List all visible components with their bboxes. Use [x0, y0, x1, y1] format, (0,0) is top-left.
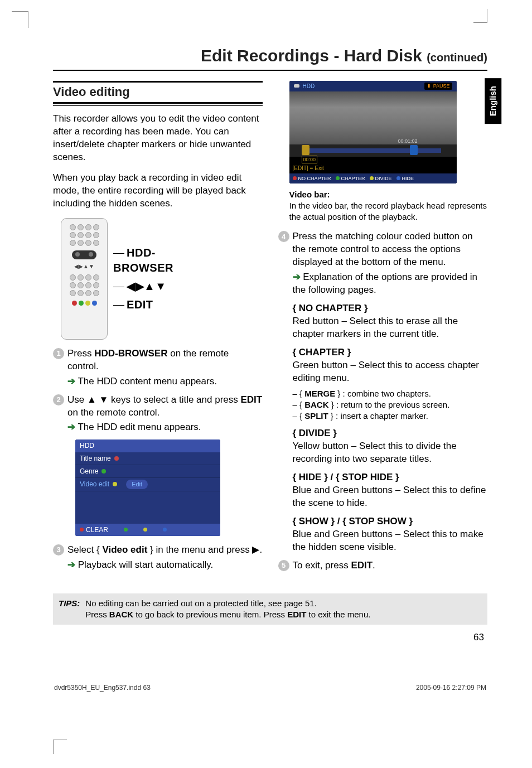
footer: dvdr5350H_EU_Eng537.indd 63 2005-09-16 2… [53, 683, 487, 692]
step-5: 5 To exit, press EDIT. [278, 559, 488, 572]
menu-row-label: Title name [80, 454, 111, 463]
arrow-icon: ➔ [67, 376, 75, 387]
step-number-icon: 2 [53, 394, 64, 405]
step-2-text-c: on the remote control. [67, 407, 159, 418]
step-4: 4 Press the matching colour coded button… [278, 230, 488, 269]
option-no-chapter-heading: { NO CHAPTER } [293, 302, 488, 315]
step-4-result-text: Explanation of the options are provided … [293, 272, 478, 295]
footer-timestamp: 2005-09-16 2:27:09 PM [416, 683, 486, 692]
title-main: Edit Recordings - Hard Disk [201, 46, 422, 65]
video-bar-heading: Video bar: [289, 189, 488, 200]
step-number-icon: 1 [53, 348, 64, 359]
option-show-heading: { SHOW } / { STOP SHOW } [293, 515, 488, 528]
tips-box: TIPS: No editing can be carried out on a… [53, 593, 487, 625]
menu-row-title-name: Title name [75, 452, 220, 465]
video-exit-hint: [EDIT] = Exit [289, 163, 457, 173]
intro-paragraph-2: When you play back a recording in video … [53, 172, 263, 210]
step-2: 2 Use ▲ ▼ keys to select a title and pre… [53, 394, 263, 419]
pause-badge-icon: ⏸ PAUSE [424, 83, 452, 90]
arrow-icon: ➔ [67, 422, 75, 432]
tips-line-1: No editing can be carried out on a prote… [85, 598, 370, 609]
step-2-result-text: The HDD edit menu appears. [75, 422, 201, 432]
option-hide-heading: { HIDE } / { STOP HIDE } [293, 471, 488, 484]
menu-row-label: Video edit [80, 480, 109, 489]
remote-label-arrows: ◀▶▲▼ [127, 280, 167, 292]
step-1-result: ➔ The HDD content menu appears. [53, 375, 263, 388]
tips-label: TIPS: [59, 598, 80, 621]
option-show-body: Blue and Green buttons – Select this to … [293, 528, 488, 554]
menu-edit-button: Edit [126, 480, 148, 489]
option-chapter-split: – { SPLIT } : insert a chapter marker. [293, 410, 488, 422]
option-divide-body: Yellow button – Select this to divide th… [293, 440, 488, 466]
step-3-result: ➔ Playback will start automatically. [53, 559, 263, 572]
timeline-time-right: 00:01:02 [398, 138, 417, 144]
video-preview-area [289, 91, 457, 144]
step-3-text-c: } in the menu and press ▶. [147, 544, 262, 555]
option-chapter-back: – { BACK } : return to the previous scre… [293, 399, 488, 410]
menu-clear-label: CLEAR [86, 525, 108, 534]
step-1-text-b: HDD-BROWSER [94, 348, 167, 359]
option-chapter-merge: – { MERGE } : combine two chapters. [293, 388, 488, 399]
language-tab: English [485, 78, 501, 124]
menu-header: HDD [75, 439, 220, 452]
option-chapter-body: Green button – Select this to access cha… [293, 359, 488, 385]
video-bottom-bar: NO CHAPTER CHAPTER DIVIDE HIDE [289, 173, 457, 183]
step-number-icon: 5 [278, 560, 289, 571]
option-chapter-heading: { CHAPTER } [293, 346, 488, 359]
step-4-text: Press the matching colour coded button o… [293, 230, 488, 269]
hdd-menu-screenshot: HDD Title name Genre Video editEdit CLEA… [75, 439, 220, 536]
hdd-small-icon [294, 84, 299, 88]
step-1-result-text: The HDD content menu appears. [75, 376, 217, 387]
remote-label-edit: EDIT [127, 298, 153, 311]
menu-row-video-edit: Video editEdit [75, 478, 220, 491]
step-5-text-b: EDIT [351, 560, 373, 571]
step-4-result: ➔ Explanation of the options are provide… [278, 271, 488, 297]
step-1: 1 Press HDD-BROWSER on the remote contro… [53, 347, 263, 373]
video-opt-hide: HIDE [402, 175, 414, 182]
remote-label-hdd-browser: HDD-BROWSER [113, 247, 173, 274]
section-heading-rule: Video editing [53, 81, 263, 107]
step-number-icon: 3 [53, 544, 64, 556]
option-hide-body: Blue and Green buttons – Select this to … [293, 484, 488, 510]
step-1-text-a: Press [67, 348, 94, 359]
video-bar-description: In the video bar, the record playback he… [289, 200, 488, 223]
option-no-chapter-body: Red button – Select this to erase all th… [293, 315, 488, 341]
step-number-icon: 4 [278, 231, 289, 242]
menu-row-label: Genre [80, 467, 98, 476]
arrow-icon: ➔ [293, 272, 301, 282]
timeline-handle-left-icon [302, 145, 309, 155]
video-opt-chapter: CHAPTER [341, 175, 365, 182]
remote-illustration: ◀▶▲▼ HDD-BROWSER ◀▶▲▼ EDIT [61, 218, 206, 340]
menu-row-genre: Genre [75, 465, 220, 478]
step-2-text-a: Use ▲ ▼ keys to select a title and press [67, 394, 241, 405]
step-5-text-c: . [373, 560, 375, 571]
video-timeline: 00:00 00:01:02 [289, 144, 457, 157]
step-5-text-a: To exit, press [293, 560, 351, 571]
tips-line-2: Press BACK to go back to previous menu i… [85, 609, 370, 620]
step-3-text-b: Video edit [102, 544, 147, 555]
step-2-result: ➔ The HDD edit menu appears. [53, 421, 263, 434]
video-opt-divide: DIVIDE [375, 175, 392, 182]
timeline-handle-right-icon [410, 145, 418, 155]
intro-paragraph-1: This recorder allows you to edit the vid… [53, 113, 263, 164]
step-3-result-text: Playback will start automatically. [75, 559, 213, 570]
crop-mark [53, 740, 67, 740]
step-2-text-b: EDIT [241, 394, 263, 405]
remote-callouts: HDD-BROWSER ◀▶▲▼ EDIT [113, 242, 206, 316]
step-3-text-a: Select { [67, 544, 102, 555]
page-number: 63 [53, 631, 487, 644]
step-3: 3 Select { Video edit } in the menu and … [53, 544, 263, 557]
page-title: Edit Recordings - Hard Disk (continued) [53, 45, 487, 67]
timeline-time-left: 00:00 [302, 156, 318, 163]
arrow-icon: ➔ [67, 559, 75, 570]
menu-bottom-bar: CLEAR [75, 524, 220, 536]
title-continued: (continued) [427, 51, 487, 64]
pause-label: PAUSE [433, 83, 450, 89]
video-hdd-label: HDD [303, 83, 315, 90]
title-underline [53, 70, 487, 71]
video-edit-screenshot: HDD ⏸ PAUSE 00:00 00:01:02 [EDIT] = Exit… [289, 81, 457, 183]
remote-color-buttons-icon [72, 301, 97, 306]
video-opt-no-chapter: NO CHAPTER [298, 175, 331, 182]
remote-control-icon: ◀▶▲▼ [61, 218, 108, 340]
footer-filename: dvdr5350H_EU_Eng537.indd 63 [54, 683, 151, 692]
